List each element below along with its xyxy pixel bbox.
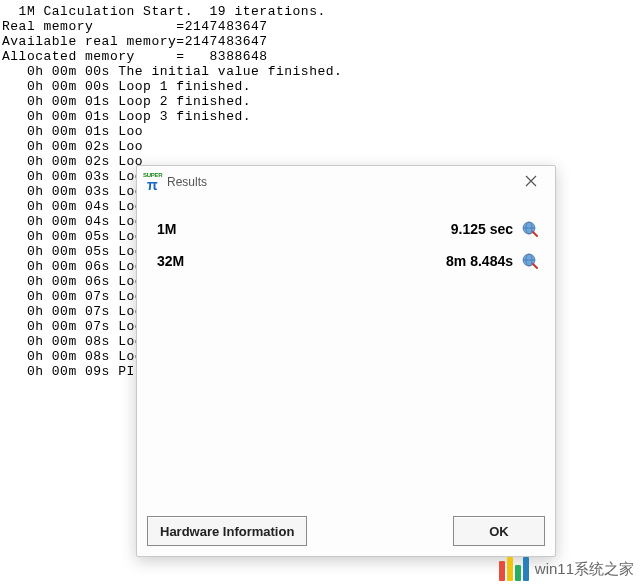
windows-logo-icon [499,557,529,581]
dialog-body: 1M 9.125 sec 32M 8m 8.484s [137,198,555,508]
dialog-titlebar[interactable]: SUPER π Results [137,166,555,198]
result-row: 32M 8m 8.484s [157,252,539,270]
result-label: 32M [157,253,217,269]
result-time: 9.125 sec [451,221,521,237]
console-line: Allocated memory = 8388648 [2,49,638,64]
superpi-icon: SUPER π [145,174,161,190]
close-icon [525,175,537,190]
console-line: Available real memory=2147483647 [2,34,638,49]
dialog-button-row: Hardware Information OK [137,508,555,556]
result-row: 1M 9.125 sec [157,220,539,238]
ok-button[interactable]: OK [453,516,545,546]
results-dialog: SUPER π Results 1M 9.125 sec 32M 8m 8.48… [136,165,556,557]
console-line: 0h 00m 02s Loo [2,139,638,154]
lookup-icon[interactable] [521,252,539,270]
close-button[interactable] [515,168,547,196]
lookup-icon[interactable] [521,220,539,238]
console-line: 0h 00m 01s Loo [2,124,638,139]
attribution: win11系统之家 [499,557,634,581]
console-line: 0h 00m 00s Loop 1 finished. [2,79,638,94]
result-time: 8m 8.484s [446,253,521,269]
hardware-info-button[interactable]: Hardware Information [147,516,307,546]
console-line: Real memory =2147483647 [2,19,638,34]
console-line: 0h 00m 00s The initial value finished. [2,64,638,79]
console-line: 0h 00m 01s Loop 3 finished. [2,109,638,124]
console-line: 0h 00m 01s Loop 2 finished. [2,94,638,109]
dialog-title: Results [167,175,207,189]
attribution-text: win11系统之家 [535,560,634,579]
result-label: 1M [157,221,217,237]
console-line: 1M Calculation Start. 19 iterations. [2,4,638,19]
